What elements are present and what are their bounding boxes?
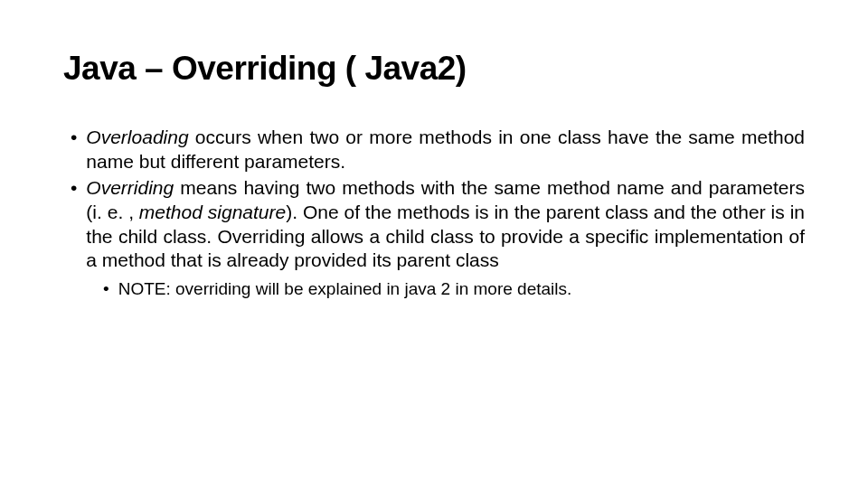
emphasis-method-signature: method signature (139, 202, 286, 222)
bullet-text-2: Overriding means having two methods with… (86, 176, 805, 274)
slide-content: • Overloading occurs when two or more me… (63, 126, 805, 301)
slide-title: Java – Overriding ( Java2) (63, 50, 805, 88)
emphasis-overloading: Overloading (86, 127, 188, 147)
emphasis-overriding: Overriding (86, 177, 174, 198)
bullet-marker: • (63, 176, 86, 274)
sub-bullet-marker: • (96, 278, 118, 300)
bullet-text-1: Overloading occurs when two or more meth… (86, 126, 805, 174)
bullet-item-2: • Overriding means having two methods wi… (63, 176, 805, 274)
bullet-rest-1: occurs when two or more methods in one c… (86, 127, 805, 172)
sub-bullet-text: NOTE: overriding will be explained in ja… (118, 278, 805, 300)
bullet-item-1: • Overloading occurs when two or more me… (63, 126, 805, 174)
bullet-marker: • (63, 126, 86, 174)
sub-bullet-item: • NOTE: overriding will be explained in … (96, 278, 805, 300)
